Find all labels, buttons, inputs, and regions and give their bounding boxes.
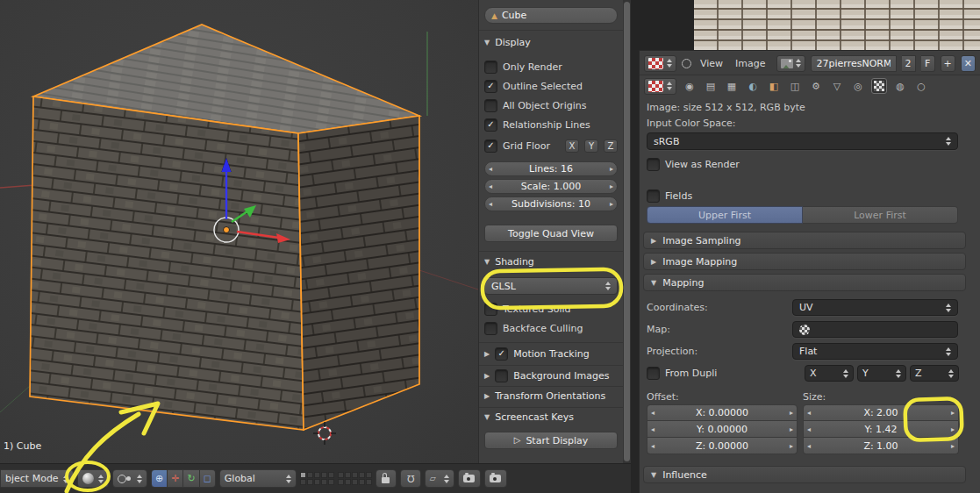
checkbox[interactable] bbox=[484, 61, 497, 74]
layer-cell[interactable] bbox=[359, 472, 365, 478]
toggle-quad-view-button[interactable]: Toggle Quad View bbox=[484, 225, 618, 242]
npanel-scrollbar[interactable] bbox=[623, 0, 631, 463]
editor-type-button[interactable] bbox=[644, 78, 676, 95]
fake-user-button[interactable]: F bbox=[921, 55, 935, 72]
context-constraints-tab[interactable]: ◫ bbox=[787, 78, 803, 94]
axis-y-dropdown[interactable]: Y bbox=[857, 365, 906, 382]
checkbox-view-as-render[interactable]: View as Render bbox=[647, 157, 958, 171]
layer-cell[interactable] bbox=[345, 472, 351, 478]
checkbox-textured-solid[interactable]: Textured Solid bbox=[484, 302, 618, 316]
lock-to-scene-button[interactable] bbox=[376, 469, 397, 488]
context-physics-tab[interactable]: ○ bbox=[913, 78, 929, 94]
snap-magnet-button[interactable]: Ω bbox=[400, 469, 421, 488]
increment-arrow-icon[interactable]: ▸ bbox=[610, 200, 613, 208]
viewport-shading-dropdown[interactable] bbox=[77, 469, 109, 488]
layer-cell[interactable] bbox=[352, 472, 358, 478]
mode-dropdown[interactable]: bject Mode bbox=[0, 469, 74, 488]
transform-orientations-panel-header[interactable]: ▶ Transform Orientations bbox=[484, 390, 618, 402]
pivot-point-dropdown[interactable] bbox=[112, 469, 147, 488]
layer-cell[interactable] bbox=[328, 472, 334, 478]
context-texture-tab[interactable] bbox=[871, 78, 887, 94]
grid-axis-y-button[interactable]: Y bbox=[584, 139, 598, 153]
axis-x-dropdown[interactable]: X bbox=[805, 365, 854, 382]
color-space-dropdown[interactable]: sRGB bbox=[647, 132, 958, 150]
display-panel-header[interactable]: ▼ Display bbox=[484, 37, 618, 48]
increment-arrow-icon[interactable]: ▸ bbox=[610, 165, 613, 173]
upper-first-button[interactable]: Upper First bbox=[647, 206, 803, 224]
shading-mode-dropdown[interactable]: GLSL bbox=[484, 277, 618, 295]
offset-y-field[interactable]: ◂ Y: 0.00000 ▸ bbox=[647, 421, 798, 438]
checkbox-all-object-origins[interactable]: All Object Origins bbox=[484, 98, 618, 112]
grid-lines-field[interactable]: ◂ Lines: 16 ▸ bbox=[484, 161, 618, 176]
checkbox-outline-selected[interactable]: Outline Selected bbox=[484, 79, 618, 93]
checkbox[interactable] bbox=[484, 99, 497, 112]
image-mapping-section-header[interactable]: ▶ Image Mapping bbox=[643, 253, 966, 270]
increment-arrow-icon[interactable]: ▸ bbox=[951, 425, 955, 433]
size-z-field[interactable]: ◂ Z: 1.00 ▸ bbox=[803, 438, 959, 454]
context-render-layers-tab[interactable]: ▤ bbox=[703, 78, 719, 94]
translate-manipulator-button[interactable]: ✛ bbox=[168, 469, 183, 488]
image-name-field[interactable]: 27pierresNORMAL.jpg bbox=[811, 55, 897, 72]
checkbox[interactable] bbox=[484, 322, 497, 335]
checkbox-grid-floor[interactable]: Grid Floor X Y Z bbox=[484, 139, 618, 153]
checkbox[interactable] bbox=[484, 118, 497, 132]
layer-cell[interactable] bbox=[321, 479, 327, 485]
context-scene-tab[interactable]: ▦ bbox=[724, 78, 740, 94]
mapping-section-header[interactable]: ▼ Mapping bbox=[643, 274, 966, 291]
menu-image[interactable]: Image bbox=[732, 58, 769, 69]
screencast-keys-panel-header[interactable]: ▼ Screencast Keys bbox=[484, 411, 618, 423]
image-users-button[interactable]: 2 bbox=[902, 55, 916, 72]
context-render-tab[interactable]: ◉ bbox=[682, 78, 697, 94]
editor-type-button[interactable] bbox=[644, 55, 676, 72]
manipulator-toggle-button[interactable]: ⊕ bbox=[151, 469, 168, 488]
transform-orientation-dropdown[interactable]: Global bbox=[219, 469, 297, 488]
checkbox-only-render[interactable]: Only Render bbox=[484, 60, 618, 74]
layer-cell[interactable] bbox=[338, 479, 344, 485]
increment-arrow-icon[interactable]: ▸ bbox=[610, 182, 613, 190]
layer-cell[interactable] bbox=[328, 479, 334, 485]
layer-cell[interactable] bbox=[314, 479, 320, 485]
layer-cell[interactable] bbox=[321, 472, 327, 478]
grid-scale-field[interactable]: ◂ Scale: 1.000 ▸ bbox=[484, 179, 618, 194]
checkbox[interactable] bbox=[647, 158, 660, 171]
increment-arrow-icon[interactable]: ▸ bbox=[790, 425, 793, 433]
scrollbar-thumb[interactable] bbox=[624, 2, 630, 461]
map-dropdown[interactable] bbox=[792, 321, 958, 338]
layer-cell[interactable] bbox=[352, 479, 358, 485]
shading-panel-header[interactable]: ▼ Shading bbox=[484, 256, 618, 268]
context-object-tab[interactable]: ◧ bbox=[766, 78, 782, 94]
coordinates-dropdown[interactable]: UV bbox=[792, 299, 958, 316]
increment-arrow-icon[interactable]: ▸ bbox=[790, 409, 793, 417]
context-world-tab[interactable]: ◐ bbox=[745, 78, 761, 94]
checkbox[interactable] bbox=[484, 139, 497, 153]
background-images-panel-header[interactable]: ▶ Background Images bbox=[484, 369, 618, 382]
increment-arrow-icon[interactable]: ▸ bbox=[790, 442, 793, 450]
offset-z-field[interactable]: ◂ Z: 0.00000 ▸ bbox=[647, 438, 798, 454]
unlink-image-button[interactable]: ✕ bbox=[961, 55, 976, 72]
pin-icon[interactable] bbox=[682, 59, 691, 68]
offset-x-field[interactable]: ◂ X: 0.00000 ▸ bbox=[647, 404, 798, 421]
influence-section-header[interactable]: ▼ Influence bbox=[643, 466, 966, 483]
size-y-field[interactable]: ◂ Y: 1.42 ▸ bbox=[803, 421, 959, 438]
grid-axis-x-button[interactable]: X bbox=[565, 139, 579, 153]
increment-arrow-icon[interactable]: ▸ bbox=[951, 409, 955, 417]
layer-cell[interactable] bbox=[366, 479, 372, 485]
projection-dropdown[interactable]: Flat bbox=[792, 343, 958, 360]
context-material-tab[interactable]: ◎ bbox=[850, 78, 866, 94]
opengl-render-anim-button[interactable] bbox=[484, 469, 507, 488]
motion-tracking-panel-header[interactable]: ▶ Motion Tracking bbox=[484, 347, 618, 361]
checkbox[interactable] bbox=[647, 367, 660, 380]
checkbox[interactable] bbox=[495, 347, 508, 361]
layer-cell[interactable] bbox=[338, 472, 344, 478]
image-sampling-section-header[interactable]: ▶ Image Sampling bbox=[643, 232, 966, 249]
object-name-field[interactable]: ▲ Cube bbox=[484, 7, 618, 24]
3d-viewport[interactable]: 1) Cube bbox=[0, 0, 478, 463]
layer-cell[interactable] bbox=[366, 472, 372, 478]
layer-cell[interactable] bbox=[300, 479, 306, 485]
image-editor-view[interactable] bbox=[631, 0, 980, 50]
scale-manipulator-button[interactable]: ◻ bbox=[200, 469, 216, 488]
layer-cell[interactable] bbox=[300, 472, 306, 478]
checkbox-relationship-lines[interactable]: Relationship Lines bbox=[484, 118, 618, 132]
checkbox-backface-culling[interactable]: Backface Culling bbox=[484, 321, 618, 335]
checkbox[interactable] bbox=[484, 80, 497, 93]
